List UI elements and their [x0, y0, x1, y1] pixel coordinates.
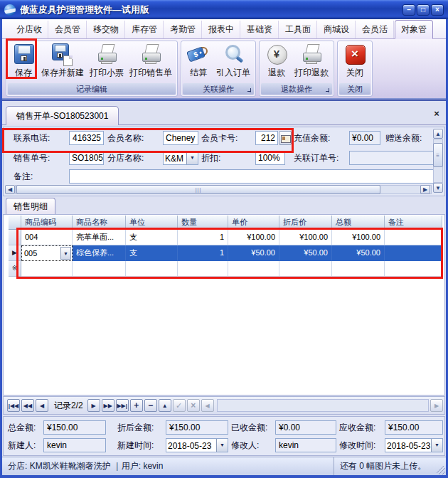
grid-scroll-right-icon[interactable]: ▶ — [430, 399, 443, 412]
ribbon-tab-reports[interactable]: 报表中 — [203, 21, 240, 38]
cell-empty[interactable] — [279, 261, 332, 277]
column-header[interactable]: 单价 — [228, 216, 279, 230]
column-header[interactable]: 商品编码 — [21, 216, 73, 230]
grid-scroll-left-icon[interactable]: ◀ — [201, 399, 214, 412]
nav-cancel-button[interactable]: × — [187, 399, 200, 412]
cell-price[interactable]: ¥50.00 — [228, 245, 279, 261]
maximize-button[interactable]: □ — [417, 4, 430, 16]
scroll-down-icon[interactable]: ▼ — [433, 183, 443, 193]
cell-remark[interactable] — [385, 245, 442, 261]
group-caption-refund-ops[interactable]: 退款操作 — [261, 83, 332, 95]
column-header[interactable]: 折后价 — [279, 216, 332, 230]
cell-empty[interactable] — [178, 261, 228, 277]
save-button[interactable]: 保存 — [9, 43, 38, 80]
cell-empty[interactable] — [73, 261, 126, 277]
scroll-left-icon[interactable]: ◀ — [5, 185, 15, 194]
nav-prior-page-button[interactable]: ◀◀ — [21, 399, 34, 412]
cell-empty[interactable] — [21, 261, 73, 277]
cell-total[interactable]: ¥50.00 — [332, 245, 385, 261]
document-tab-sales-order[interactable]: 销售开单-SO180523001 — [6, 106, 119, 125]
nav-next-button[interactable]: ▶ — [87, 399, 100, 412]
close-form-button[interactable]: × 关闭 — [340, 43, 370, 80]
save-and-new-button[interactable]: 保存并新建 — [38, 43, 87, 80]
member-name-input[interactable]: Cheney — [163, 131, 198, 145]
print-sales-order-button[interactable]: 打印销售单 — [127, 43, 175, 80]
vertical-scroll-thumb[interactable]: ≡ — [433, 143, 443, 167]
print-receipt-button[interactable]: 打印小票 — [87, 43, 127, 80]
cell-code[interactable]: 004 — [21, 230, 73, 245]
cell-code-combo[interactable]: 005 ▼ — [21, 245, 73, 261]
print-refund-button[interactable]: 打印退款 — [292, 43, 331, 80]
ribbon-tab-member-activity[interactable]: 会员活 — [356, 21, 394, 38]
cell-discounted[interactable]: ¥50.00 — [279, 245, 332, 261]
member-card-lookup-icon[interactable] — [279, 131, 292, 145]
column-header[interactable]: 备注 — [385, 216, 442, 230]
chevron-down-icon[interactable]: ▼ — [60, 247, 71, 260]
nav-edit-button[interactable]: ▲ — [159, 399, 171, 412]
resize-grip[interactable] — [437, 466, 445, 474]
cell-unit[interactable]: 支 — [126, 245, 178, 261]
column-header[interactable]: 数量 — [178, 216, 228, 230]
phone-input[interactable]: 416325 — [69, 131, 104, 145]
cell-empty[interactable] — [332, 261, 385, 277]
chevron-down-icon[interactable]: ▼ — [431, 439, 442, 452]
nav-delete-button[interactable]: − — [144, 399, 157, 412]
column-header[interactable]: 商品名称 — [73, 216, 126, 230]
cell-empty[interactable] — [385, 261, 442, 277]
ribbon-tab-branch-receive[interactable]: 分店收 — [11, 21, 48, 38]
new-row-marker[interactable]: ※ — [9, 261, 21, 277]
cell-price[interactable]: ¥100.00 — [228, 230, 279, 245]
cell-name[interactable]: 棕色保养... — [73, 245, 126, 261]
cell-empty[interactable] — [126, 261, 178, 277]
minimize-button[interactable]: – — [402, 4, 415, 16]
ribbon-tab-member-mgmt[interactable]: 会员管 — [49, 21, 87, 38]
ribbon-tab-transfer[interactable]: 移交物 — [87, 21, 125, 38]
settle-button[interactable]: $ 结算 — [183, 43, 213, 80]
row-header[interactable] — [9, 230, 21, 245]
close-button[interactable]: × — [431, 4, 444, 16]
remark-input[interactable] — [69, 169, 436, 184]
ribbon-tab-basic-data[interactable]: 基础资 — [241, 21, 279, 38]
ribbon-tab-mall[interactable]: 商城设 — [318, 21, 356, 38]
nav-last-button[interactable]: ▶▶| — [116, 399, 129, 412]
nav-post-button[interactable]: ✓ — [173, 399, 186, 412]
cell-unit[interactable]: 支 — [126, 230, 178, 245]
nav-insert-button[interactable]: + — [130, 399, 143, 412]
modify-time-picker[interactable]: 2018-05-23 ▼ — [385, 438, 443, 452]
horizontal-scroll-thumb[interactable]: ||| — [16, 185, 380, 194]
document-close-icon[interactable]: × — [430, 107, 443, 120]
ribbon-tab-tools[interactable]: 工具面 — [279, 21, 317, 38]
member-card-input[interactable]: 212 — [255, 131, 278, 145]
grid-horizontal-scrollbar[interactable] — [217, 399, 429, 412]
cell-name[interactable]: 亮革单面... — [73, 230, 126, 245]
refund-button[interactable]: ¥ 退款 — [262, 43, 292, 80]
create-time-picker[interactable]: 2018-05-23 ▼ — [166, 438, 228, 452]
ribbon-tab-object-mgmt[interactable]: 对象管 — [395, 20, 433, 39]
order-no-input[interactable]: SO1805 — [69, 151, 104, 165]
cell-total[interactable]: ¥100.00 — [332, 230, 385, 245]
nav-next-page-button[interactable]: ▶▶ — [102, 399, 114, 412]
chevron-down-icon[interactable]: ▼ — [216, 439, 228, 452]
import-order-button[interactable]: 引入订单 — [213, 43, 253, 80]
tab-sales-detail[interactable]: 销售明细 — [6, 198, 55, 215]
ribbon-tab-inventory[interactable]: 库存管 — [126, 21, 164, 38]
chevron-down-icon[interactable]: ▼ — [186, 152, 198, 164]
group-caption-related-ops[interactable]: 关联操作 — [183, 83, 254, 95]
cell-qty[interactable]: 1 — [178, 245, 228, 261]
column-header[interactable]: 单位 — [126, 216, 178, 230]
nav-first-button[interactable]: |◀◀ — [7, 399, 20, 412]
discount-input[interactable]: 100% — [255, 151, 285, 165]
scroll-up-icon[interactable]: ▲ — [433, 129, 443, 139]
current-row-marker[interactable]: ▶ — [9, 245, 21, 261]
scroll-right-icon[interactable]: ▶ — [420, 185, 430, 194]
column-header[interactable]: 总额 — [332, 216, 385, 230]
branch-name-combo[interactable]: K&M ▼ — [163, 151, 198, 165]
nav-prior-button[interactable]: ◀ — [36, 399, 48, 412]
cell-empty[interactable] — [228, 261, 279, 277]
group-caption-close: 关闭 — [339, 83, 370, 95]
ribbon-tab-attendance[interactable]: 考勤管 — [164, 21, 202, 38]
cell-remark[interactable] — [385, 230, 442, 245]
cell-qty[interactable]: 1 — [178, 230, 228, 245]
row-header-corner — [9, 216, 21, 230]
cell-discounted[interactable]: ¥100.00 — [279, 230, 332, 245]
